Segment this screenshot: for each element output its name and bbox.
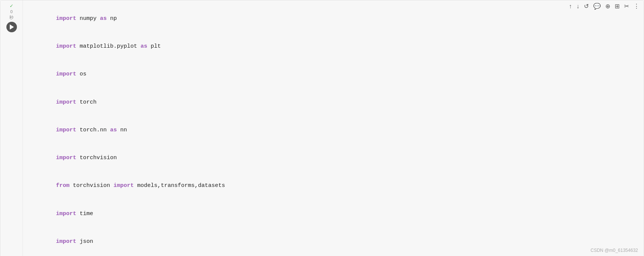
- kw-import: import: [56, 155, 76, 161]
- kw-import: import: [56, 238, 76, 245]
- code-line-6: import torchvision: [29, 144, 638, 172]
- kw-import: import: [56, 43, 76, 50]
- code-line-9: import json: [29, 228, 638, 256]
- comment-button[interactable]: 💬: [592, 2, 602, 11]
- code-line-4: import torch: [29, 89, 638, 116]
- cell-toolbar: ↑ ↓ ↺ 💬 ⊕ ⊞ ✂ ⋮: [565, 0, 644, 12]
- notebook-cell: ↑ ↓ ↺ 💬 ⊕ ⊞ ✂ ⋮ ✓ 0 秒 import numpy as np…: [0, 0, 644, 256]
- code-line-1: import numpy as np: [29, 5, 638, 33]
- code-line-8: import time: [29, 200, 638, 228]
- more-button[interactable]: ⋮: [632, 2, 641, 11]
- code-editor[interactable]: import numpy as np import matplotlib.pyp…: [23, 0, 644, 256]
- add-button[interactable]: ⊕: [604, 2, 611, 11]
- kw-import: import: [56, 127, 76, 133]
- cut-button[interactable]: ✂: [623, 2, 630, 11]
- cell-input: ✓ 0 秒 import numpy as np import matplotl…: [0, 0, 644, 256]
- kw-as: as: [100, 15, 107, 22]
- cell-gutter: ✓ 0 秒: [0, 0, 23, 256]
- kw-from: from: [56, 182, 70, 189]
- code-line-5: import torch.nn as nn: [29, 116, 638, 144]
- run-status: ✓ 0 秒: [9, 3, 14, 20]
- run-time: 0: [10, 9, 12, 14]
- kw-import: import: [56, 71, 76, 77]
- code-line-2: import matplotlib.pyplot as plt: [29, 33, 638, 60]
- kw-as: as: [141, 43, 147, 50]
- code-line-3: import os: [29, 61, 638, 89]
- kw-import: import: [56, 99, 76, 105]
- code-line-7: from torchvision import models,transform…: [29, 172, 638, 200]
- move-down-button[interactable]: ↓: [575, 2, 581, 11]
- run-button[interactable]: [6, 22, 17, 32]
- restart-button[interactable]: ↺: [583, 2, 590, 11]
- run-unit: 秒: [9, 15, 14, 20]
- kw-as: as: [110, 127, 117, 133]
- check-icon: ✓: [10, 3, 13, 9]
- move-up-button[interactable]: ↑: [568, 2, 573, 11]
- kw-import: import: [113, 182, 134, 189]
- kw-import: import: [56, 15, 76, 22]
- expand-button[interactable]: ⊞: [614, 2, 621, 11]
- watermark: CSDN @m0_61354632: [591, 248, 638, 253]
- kw-import: import: [56, 211, 76, 217]
